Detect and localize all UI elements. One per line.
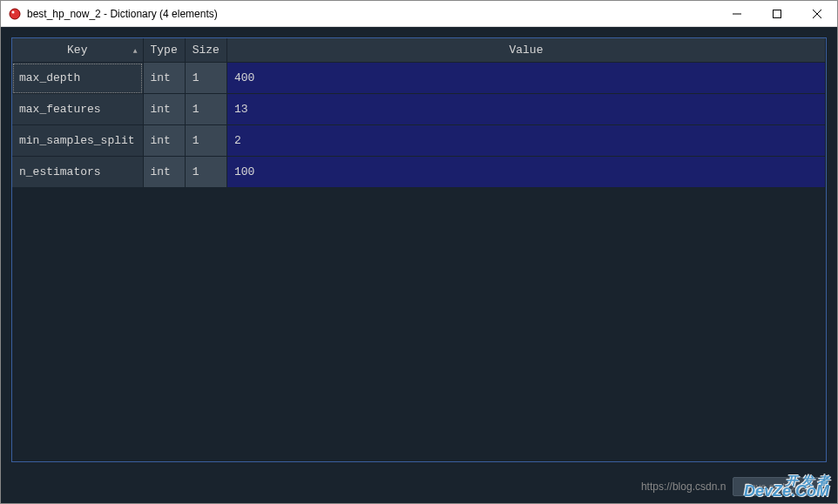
value-cell[interactable]: 100	[226, 157, 825, 188]
column-header-value[interactable]: Value	[226, 38, 825, 63]
column-header-key-label: Key	[67, 44, 87, 57]
footer: https://blog.csdn.n Save and Close	[641, 477, 823, 496]
key-cell[interactable]: max_features	[12, 94, 143, 125]
app-window: best_hp_now_2 - Dictionary (4 elements) …	[0, 0, 838, 504]
size-cell[interactable]: 1	[185, 94, 226, 125]
variable-explorer-panel: Key ▲ Type Size Value max_depthint1400ma…	[11, 37, 827, 462]
value-cell[interactable]: 2	[226, 125, 825, 157]
content-area: Key ▲ Type Size Value max_depthint1400ma…	[1, 27, 837, 503]
minimize-button[interactable]	[717, 1, 757, 26]
column-header-key[interactable]: Key ▲	[12, 38, 143, 63]
maximize-button[interactable]	[757, 1, 797, 26]
svg-rect-3	[774, 10, 781, 17]
type-cell[interactable]: int	[143, 125, 185, 157]
size-cell[interactable]: 1	[185, 125, 226, 157]
titlebar[interactable]: best_hp_now_2 - Dictionary (4 elements)	[1, 1, 837, 27]
key-cell[interactable]: n_estimators	[12, 157, 143, 188]
type-cell[interactable]: int	[143, 94, 185, 125]
size-cell[interactable]: 1	[185, 63, 226, 94]
type-cell[interactable]: int	[143, 63, 185, 94]
footer-url: https://blog.csdn.n	[641, 480, 726, 493]
size-cell[interactable]: 1	[185, 157, 226, 188]
table-row[interactable]: max_featuresint113	[12, 94, 826, 125]
dictionary-table: Key ▲ Type Size Value max_depthint1400ma…	[12, 38, 826, 188]
app-icon	[8, 7, 22, 21]
value-cell[interactable]: 13	[226, 94, 825, 125]
sort-asc-icon: ▲	[133, 46, 138, 54]
svg-point-1	[12, 10, 15, 13]
window-controls	[717, 1, 837, 26]
table-row[interactable]: max_depthint1400	[12, 63, 826, 94]
value-cell[interactable]: 400	[226, 63, 825, 94]
table-row[interactable]: n_estimatorsint1100	[12, 157, 826, 188]
column-header-size[interactable]: Size	[185, 38, 226, 63]
table-row[interactable]: min_samples_splitint12	[12, 125, 826, 157]
save-and-close-button[interactable]: Save and Close	[733, 477, 823, 496]
key-cell[interactable]: min_samples_split	[12, 125, 143, 157]
key-cell[interactable]: max_depth	[12, 63, 143, 94]
column-header-type[interactable]: Type	[143, 38, 185, 63]
window-title: best_hp_now_2 - Dictionary (4 elements)	[27, 8, 717, 20]
svg-point-0	[10, 9, 20, 19]
close-button[interactable]	[797, 1, 837, 26]
type-cell[interactable]: int	[143, 157, 185, 188]
